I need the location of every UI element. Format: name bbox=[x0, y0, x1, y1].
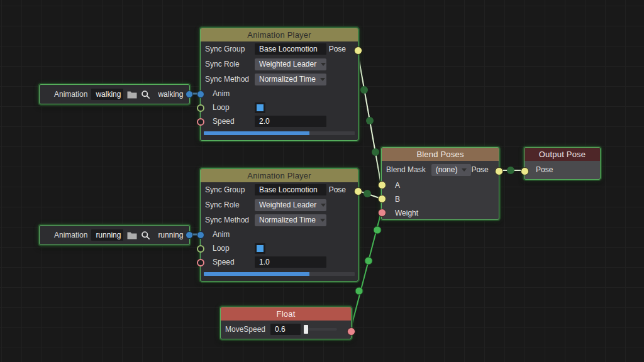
anim-input-port[interactable] bbox=[197, 90, 204, 98]
weight-label: Weight bbox=[395, 209, 418, 217]
sync-role-row: Sync Role Weighted Leader bbox=[201, 197, 358, 212]
node-title[interactable]: Animation Player bbox=[201, 28, 358, 41]
input-a-port[interactable] bbox=[378, 181, 386, 189]
animation-resource-name: walking bbox=[158, 90, 183, 99]
folder-icon[interactable] bbox=[127, 90, 137, 99]
loop-checkbox[interactable] bbox=[255, 243, 265, 254]
anim-label: Anim bbox=[213, 89, 255, 98]
pose-input-port[interactable] bbox=[521, 167, 529, 175]
input-b-label: B bbox=[395, 195, 400, 204]
flow-dot bbox=[372, 148, 379, 156]
pose-output-port[interactable] bbox=[354, 187, 362, 195]
speed-row: Speed 2.0 bbox=[201, 114, 358, 128]
loop-input-port[interactable] bbox=[197, 245, 204, 253]
movespeed-input[interactable]: 0.6 bbox=[270, 324, 301, 335]
input-a-row: A bbox=[382, 178, 499, 192]
speed-row: Speed 1.0 bbox=[201, 255, 358, 269]
animation-output-port[interactable] bbox=[186, 90, 193, 98]
flow-dot bbox=[355, 287, 363, 295]
node-title[interactable]: Animation Player bbox=[201, 169, 358, 182]
node-title[interactable]: Output Pose bbox=[525, 148, 600, 161]
pose-input-row: Pose bbox=[525, 161, 600, 178]
anim-input-port[interactable] bbox=[197, 231, 204, 239]
sync-role-dropdown[interactable]: Weighted Leader bbox=[255, 199, 326, 211]
animation-resource-name: running bbox=[158, 231, 183, 239]
playback-progress-bar bbox=[204, 272, 355, 276]
sync-role-dropdown[interactable]: Weighted Leader bbox=[255, 58, 326, 70]
speed-input[interactable]: 1.0 bbox=[255, 256, 326, 268]
node-title[interactable]: Blend Poses bbox=[382, 148, 499, 161]
playback-progress-fill bbox=[204, 131, 309, 135]
node-graph-canvas[interactable]: Animation Player Sync Group Base Locomot… bbox=[0, 0, 644, 362]
animation-name-input[interactable]: walking bbox=[91, 89, 123, 100]
loop-row: Loop bbox=[201, 101, 358, 114]
movespeed-label: MoveSpeed bbox=[225, 325, 265, 334]
animation-node-running[interactable]: Animation running running bbox=[39, 225, 190, 245]
animation-row: Animation walking walking bbox=[40, 85, 189, 104]
sync-role-row: Sync Role Weighted Leader bbox=[201, 57, 358, 72]
loop-label: Loop bbox=[213, 103, 255, 112]
output-pose-node[interactable]: Output Pose Pose bbox=[524, 147, 601, 180]
speed-input-port[interactable] bbox=[197, 259, 204, 266]
dropdown-caret-icon bbox=[321, 63, 326, 66]
pose-output-port[interactable] bbox=[354, 47, 362, 55]
loop-input-port[interactable] bbox=[197, 104, 204, 112]
sync-method-label: Sync Method bbox=[205, 216, 255, 224]
sync-method-dropdown[interactable]: Normalized Time bbox=[255, 74, 326, 85]
animation-label: Animation bbox=[54, 231, 87, 239]
input-b-port[interactable] bbox=[378, 195, 386, 203]
flow-dot bbox=[364, 190, 371, 197]
playback-progress-fill bbox=[204, 272, 309, 276]
sync-method-label: Sync Method bbox=[205, 75, 255, 84]
search-icon[interactable] bbox=[141, 90, 150, 99]
pose-output-label: Pose bbox=[329, 45, 346, 53]
dropdown-caret-icon bbox=[462, 168, 467, 172]
movespeed-row: MoveSpeed 0.6 bbox=[221, 321, 351, 338]
pose-output-port[interactable] bbox=[495, 167, 503, 175]
weight-input-port[interactable] bbox=[378, 209, 386, 217]
sync-method-value: Normalized Time bbox=[259, 74, 316, 85]
loop-row: Loop bbox=[201, 241, 358, 255]
pose-input-label: Pose bbox=[536, 165, 553, 174]
input-b-row: B bbox=[382, 192, 499, 206]
sync-method-row: Sync Method Normalized Time bbox=[201, 212, 358, 228]
speed-input[interactable]: 2.0 bbox=[255, 116, 326, 127]
movespeed-slider[interactable] bbox=[306, 328, 337, 331]
speed-input-port[interactable] bbox=[197, 118, 204, 126]
blend-mask-row: Blend Mask (none) Pose bbox=[382, 161, 499, 178]
checkbox-checked-mark bbox=[257, 245, 264, 252]
float-node[interactable]: Float MoveSpeed 0.6 bbox=[220, 307, 352, 339]
sync-group-input[interactable]: Base Locomotion bbox=[255, 43, 326, 55]
node-title[interactable]: Float bbox=[221, 307, 351, 321]
sync-role-label: Sync Role bbox=[205, 60, 255, 69]
loop-checkbox[interactable] bbox=[255, 102, 265, 113]
animation-player-node-2[interactable]: Animation Player Sync Group Base Locomot… bbox=[200, 168, 358, 282]
float-output-port[interactable] bbox=[347, 327, 355, 336]
sync-group-row: Sync Group Base Locomotion Pose bbox=[201, 41, 358, 57]
flow-dot bbox=[366, 117, 374, 124]
search-icon[interactable] bbox=[141, 231, 150, 240]
sync-role-value: Weighted Leader bbox=[259, 199, 316, 211]
anim-row: Anim bbox=[201, 87, 358, 101]
animation-node-walking[interactable]: Animation walking walking bbox=[39, 84, 190, 104]
blend-mask-value: (none) bbox=[436, 164, 458, 176]
anim-row: Anim bbox=[201, 228, 358, 241]
speed-label: Speed bbox=[213, 258, 255, 266]
animation-output-port[interactable] bbox=[186, 231, 193, 239]
animation-name-input[interactable]: running bbox=[91, 229, 123, 241]
sync-group-input[interactable]: Base Locomotion bbox=[255, 184, 326, 195]
flow-dot bbox=[360, 86, 368, 94]
checkbox-checked-mark bbox=[257, 104, 264, 111]
slider-handle[interactable] bbox=[304, 325, 308, 334]
blend-mask-dropdown[interactable]: (none) bbox=[431, 164, 472, 176]
speed-label: Speed bbox=[213, 117, 255, 126]
flow-dot bbox=[365, 257, 372, 265]
flow-dot bbox=[374, 226, 381, 234]
loop-label: Loop bbox=[213, 244, 255, 253]
blend-poses-node[interactable]: Blend Poses Blend Mask (none) Pose A B W… bbox=[381, 147, 499, 220]
folder-icon[interactable] bbox=[127, 231, 137, 239]
sync-method-dropdown[interactable]: Normalized Time bbox=[255, 214, 326, 226]
animation-player-node-1[interactable]: Animation Player Sync Group Base Locomot… bbox=[200, 28, 358, 141]
playback-progress-bar bbox=[204, 131, 355, 135]
anim-label: Anim bbox=[213, 230, 255, 239]
